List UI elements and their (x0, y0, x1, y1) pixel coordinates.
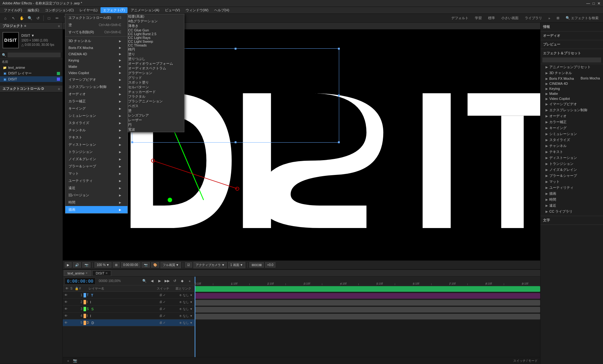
menu-layer[interactable]: レイヤー(L) (77, 7, 100, 13)
parent-5[interactable]: ⊕ なし ▼ (178, 321, 194, 325)
rp-stylize[interactable]: ▶ スタイライズ (541, 137, 603, 143)
sm-cell-pattern[interactable]: セルパターン (128, 85, 184, 90)
menu-window[interactable]: ウィンドウ(W) (183, 7, 211, 13)
vc-preview[interactable]: ▶ (65, 262, 72, 268)
parent-1[interactable]: ⊕ なし ▼ (178, 293, 194, 297)
project-header-icon[interactable]: ≡ (58, 24, 60, 28)
rp-oaudio[interactable]: ▶ オーディオ (541, 113, 603, 119)
dm-cinema4d[interactable]: CINEMA 4D (65, 51, 128, 57)
sw-3-a[interactable]: 卓 (159, 307, 162, 311)
dm-utility[interactable]: ユーティリティ (65, 177, 128, 184)
dm-channel[interactable]: チャンネル (65, 127, 128, 134)
vc-fit[interactable]: ⊞ (113, 262, 120, 268)
rp-paint[interactable]: ▶ 描画 (541, 191, 603, 197)
ws-icon1[interactable]: ⊞ (554, 15, 562, 21)
rp-simulation[interactable]: ▶ シミュレーション (541, 131, 603, 137)
menu-view[interactable]: ビュー(V) (162, 7, 182, 13)
menu-help[interactable]: ヘルプ(H) (212, 7, 232, 13)
parent-3[interactable]: ⊕ なし ▼ (178, 307, 194, 311)
rp-keying2[interactable]: ▶ キーイング (541, 125, 603, 131)
tl-tab-disit[interactable]: DISIT ≡ (92, 270, 111, 276)
status-add[interactable]: + (65, 358, 71, 363)
tl-add[interactable]: + (187, 279, 193, 284)
dm-boris[interactable]: Boris FX Mocha (65, 45, 128, 51)
sm-vegas[interactable]: ベガス (128, 104, 184, 108)
tl-tab-text-anime-x[interactable]: × (86, 271, 88, 275)
dm-text-eff[interactable]: テキスト (65, 134, 128, 141)
sm-audio-spectrum[interactable]: オーディオスペクトラム (128, 66, 184, 71)
dm-paint[interactable]: 描画 (65, 206, 128, 213)
dm-videocopilot[interactable]: Video Copilot (65, 70, 128, 76)
sm-nuri-tsubushi[interactable]: 塗りつぶし (128, 57, 184, 61)
vc-snapshot[interactable]: 📷 (82, 262, 90, 268)
dm-audio[interactable]: オーディオ (65, 90, 128, 98)
rp-cinema4d[interactable]: ▶ CINEMA 4D (541, 81, 603, 86)
rp-text-eff[interactable]: ▶ テキスト (541, 149, 603, 155)
window-controls[interactable]: — □ ✕ (586, 1, 600, 6)
project-search-input[interactable] (8, 52, 61, 57)
sw-1-b[interactable]: ✓ (163, 293, 166, 297)
dm-effect-control[interactable]: エフェクトコントロール(E) F3 (65, 14, 128, 21)
rp-utility[interactable]: ▶ ユーティリティ (541, 185, 603, 191)
dm-keying[interactable]: Keying (65, 57, 128, 63)
name-2[interactable]: I (89, 300, 159, 304)
sw-4-b[interactable]: ✓ (163, 314, 166, 318)
sm-lightning[interactable]: 稲妻(高速) (128, 14, 184, 19)
toolbar-select[interactable]: ↖ (10, 15, 17, 21)
tl-loop[interactable]: ↺ (172, 279, 177, 284)
vc-camera-icon[interactable]: 📷 (142, 262, 150, 268)
vc-color[interactable]: 🎨 (151, 262, 159, 268)
sm-ellipse[interactable]: 楕円 (128, 47, 184, 52)
sm-spot-fill[interactable]: スポット塗り (128, 80, 184, 85)
sm-cc-glue[interactable]: CC Glue Gun (128, 28, 184, 32)
toolbar-rect[interactable]: □ (46, 15, 52, 21)
rp-videocopilot[interactable]: ▶ Video Copilot (541, 96, 603, 101)
rp-blur[interactable]: ▶ ブラー＆シャープ (541, 173, 603, 179)
ws-standard[interactable]: 標準 (486, 15, 497, 21)
sm-brush-anim[interactable]: ブラシアニメーション (128, 99, 184, 104)
sm-lens-flare[interactable]: レンズフレア (128, 113, 184, 118)
search-effects[interactable]: 🔍 エフェクトを検索 (563, 15, 601, 21)
dm-time[interactable]: 時間 (65, 199, 128, 206)
menu-edit[interactable]: 編集(E) (25, 7, 42, 13)
sw-4-a[interactable]: 卓 (159, 314, 162, 318)
tl-search-btn[interactable]: 🔍 (142, 279, 147, 284)
sm-cc-threads[interactable]: CC Threads (128, 43, 184, 47)
sm-grid[interactable]: グリッド (128, 75, 184, 80)
name-3[interactable]: S (90, 307, 159, 311)
project-item-disit-layer[interactable]: ▣ DISIT レイヤー (0, 70, 62, 76)
dm-perspective[interactable]: 遠近 (65, 184, 128, 192)
track-bar-2[interactable] (195, 293, 540, 299)
sm-fractal[interactable]: フラクタル (128, 94, 184, 99)
ws-small[interactable]: 小さい画面 (499, 15, 521, 21)
sm-nuri2[interactable]: 塗 (128, 108, 184, 113)
vc-check[interactable]: ☑ (185, 262, 192, 268)
rp-perspective[interactable]: ▶ 遠近 (541, 203, 603, 209)
dm-keying2[interactable]: キーイング (65, 105, 128, 112)
minimize-btn[interactable]: — (586, 1, 590, 6)
dm-color-correct[interactable]: カラー補正 (65, 98, 128, 105)
tl-tab-text-anime[interactable]: text_anime × (64, 270, 91, 276)
toolbar-pen[interactable]: ✏ (54, 15, 61, 21)
name-5[interactable]: D (90, 321, 159, 325)
sm-cc-light-rays[interactable]: CC Light Rays (128, 36, 184, 40)
dm-old-version[interactable]: 旧バージョン (65, 192, 128, 199)
dm-delete-all[interactable]: すべてを削除(R) Ctrl+Shift+E (65, 29, 128, 36)
menu-composition[interactable]: コンポジション(C) (42, 7, 76, 13)
ws-default[interactable]: デフォルト (449, 15, 471, 21)
toolbar-zoom[interactable]: 🔍 (26, 15, 33, 21)
dm-blur[interactable]: ブラー＆シャープ (65, 163, 128, 170)
tl-marker[interactable]: ◆ (179, 279, 185, 284)
toolbar-home[interactable]: ⌂ (2, 15, 9, 21)
sm-audio-waveform[interactable]: オーディオウェーブフォーム (128, 61, 184, 66)
menu-file[interactable]: ファイル(F) (1, 7, 24, 13)
vc-audio[interactable]: 🔊 (73, 262, 81, 268)
project-item-disit[interactable]: ▣ DISIT (0, 76, 62, 82)
toolbar-hand[interactable]: ✋ (18, 15, 25, 21)
track-bar-1[interactable] (195, 286, 540, 292)
parent-4[interactable]: ⊕ なし ▼ (178, 314, 194, 318)
rp-boris[interactable]: ▶ Boris FX Mocha (541, 76, 603, 81)
vis-5[interactable]: 👁 (63, 321, 68, 324)
vis-2[interactable]: 👁 (63, 300, 68, 304)
rp-matte2[interactable]: ▶ マット (541, 179, 603, 185)
